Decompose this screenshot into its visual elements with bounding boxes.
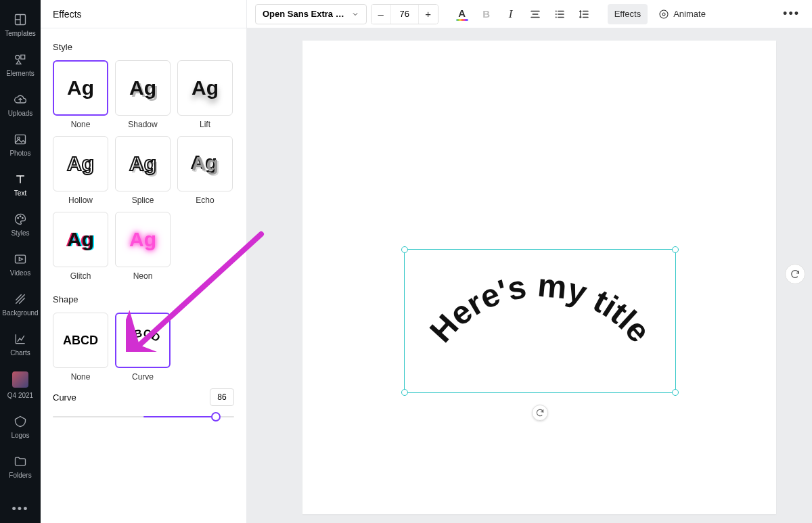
rail-label: Videos [10, 269, 30, 277]
badge-icon [13, 414, 28, 429]
rotate-icon [535, 408, 545, 417]
font-size-decrease[interactable]: – [371, 5, 390, 24]
rail-label: Logos [11, 432, 29, 439]
svg-point-7 [22, 218, 24, 219]
tile-label: Neon [133, 271, 153, 281]
resize-handle-tr[interactable] [672, 246, 679, 253]
more-icon: ••• [783, 7, 800, 21]
effects-panel: Effects Style Ag None Ag Shadow Ag Lift … [41, 0, 247, 523]
rail-photos[interactable]: Photos [0, 124, 41, 164]
style-shadow[interactable]: Ag [115, 60, 171, 116]
svg-rect-8 [16, 255, 26, 263]
svg-point-10 [555, 10, 556, 12]
list-button[interactable] [549, 4, 570, 24]
line-spacing-icon [578, 8, 590, 20]
text-color-button[interactable]: A [452, 4, 472, 24]
tile-label: None [71, 372, 91, 382]
curve-slider[interactable] [53, 410, 234, 424]
bold-button[interactable]: B [476, 4, 497, 24]
style-echo[interactable]: Ag [177, 136, 233, 191]
tile-label: Splice [132, 196, 154, 205]
style-lift[interactable]: Ag [177, 60, 233, 116]
spacing-button[interactable] [574, 4, 594, 24]
canvas-area[interactable]: Here's my title [247, 28, 812, 523]
left-rail: Templates Elements Uploads Photos Text [0, 0, 41, 523]
style-tiles: Ag None Ag Shadow Ag Lift Ag Hollow Ag [53, 60, 234, 281]
rail-styles[interactable]: Styles [0, 204, 41, 244]
svg-point-6 [20, 216, 21, 217]
style-hollow[interactable]: Ag [53, 136, 108, 191]
italic-button[interactable]: I [501, 4, 521, 24]
section-style-label: Style [53, 42, 234, 52]
bold-icon: B [482, 8, 490, 20]
tile-label: Hollow [68, 196, 93, 205]
curve-value-input[interactable] [210, 388, 234, 406]
align-center-icon [529, 8, 541, 20]
shape-none[interactable]: ABCD [53, 313, 108, 368]
shapes-icon [13, 52, 28, 67]
rail-more[interactable]: ••• [12, 495, 29, 523]
rail-charts[interactable]: Charts [0, 323, 41, 363]
svg-point-1 [16, 55, 20, 60]
chart-icon [13, 332, 28, 346]
rail-background[interactable]: Background [0, 283, 41, 323]
image-icon [13, 132, 28, 147]
rail-q4-2021[interactable]: Q4 2021 [0, 363, 41, 406]
resize-handle-bl[interactable] [401, 389, 408, 396]
rail-folders[interactable]: Folders [0, 446, 41, 486]
rail-label: Text [14, 189, 26, 197]
rail-label: Uploads [8, 110, 33, 117]
tile-label: Curve [132, 372, 154, 382]
style-neon[interactable]: Ag [115, 212, 171, 267]
rail-label: Folders [9, 472, 31, 479]
font-size-input[interactable] [390, 5, 419, 24]
style-none[interactable]: Ag [53, 60, 108, 116]
rail-uploads[interactable]: Uploads [0, 84, 41, 124]
avatar [12, 371, 28, 388]
style-glitch[interactable]: Ag [53, 212, 108, 267]
slider-thumb[interactable] [211, 412, 221, 422]
more-options-button[interactable]: ••• [779, 4, 804, 24]
tile-label: Glitch [70, 271, 91, 281]
list-icon [554, 8, 566, 20]
text-selection-box[interactable] [404, 249, 676, 393]
resize-handle-br[interactable] [672, 389, 679, 396]
rail-elements[interactable]: Elements [0, 44, 41, 84]
resize-handle-tl[interactable] [401, 246, 408, 253]
tile-label: None [71, 120, 91, 129]
text-color-icon: A [458, 7, 466, 19]
text-icon [13, 172, 28, 187]
section-shape-label: Shape [53, 294, 234, 304]
template-icon [13, 12, 28, 27]
curve-label: Curve [53, 392, 210, 403]
tile-label: Echo [196, 196, 214, 205]
rail-videos[interactable]: Videos [0, 244, 41, 283]
shape-tiles: ABCD None ABCD Curve [53, 313, 234, 382]
font-size-increase[interactable]: + [419, 5, 438, 24]
hatch-icon [13, 292, 28, 306]
rail-label: Background [2, 309, 38, 317]
effects-button[interactable]: Effects [608, 4, 648, 24]
workspace: Open Sans Extra … – + A B I [247, 0, 812, 523]
tile-label: Shadow [128, 120, 157, 129]
style-splice[interactable]: Ag [115, 136, 171, 191]
svg-point-5 [18, 218, 19, 219]
panel-title: Effects [41, 0, 246, 28]
floating-refresh-button[interactable] [785, 264, 805, 284]
alignment-button[interactable] [525, 4, 545, 24]
tile-label: Lift [200, 120, 210, 129]
rail-label: Photos [9, 150, 30, 157]
shape-curve[interactable]: ABCD [115, 313, 171, 368]
rotate-handle[interactable] [532, 405, 548, 421]
rail-templates[interactable]: Templates [0, 4, 41, 44]
rail-logos[interactable]: Logos [0, 406, 41, 446]
rail-text[interactable]: Text [0, 164, 41, 204]
chevron-down-icon [351, 10, 359, 18]
folder-icon [13, 454, 28, 469]
rail-label: Templates [5, 30, 36, 37]
animate-button[interactable]: Animate [652, 4, 713, 24]
rail-label: Styles [11, 229, 29, 237]
font-family-select[interactable]: Open Sans Extra … [255, 4, 367, 24]
font-size-stepper: – + [371, 4, 438, 24]
svg-rect-3 [16, 135, 26, 143]
